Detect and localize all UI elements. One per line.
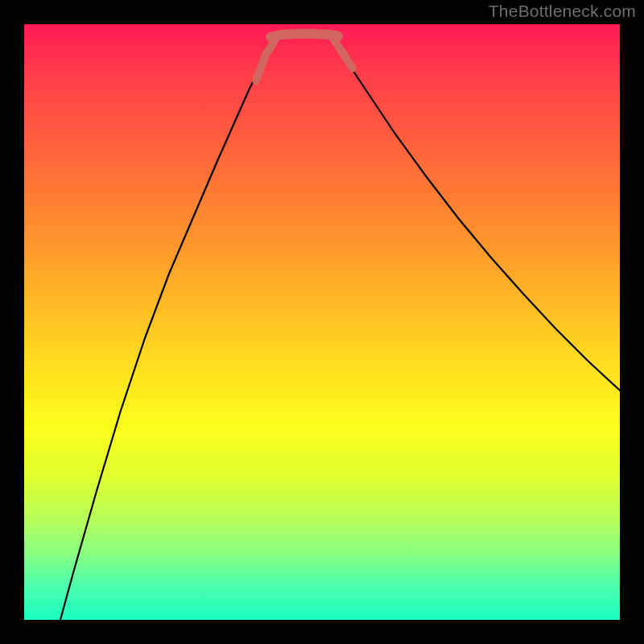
series-right-accent [333, 39, 353, 68]
watermark-text: TheBottleneck.com [489, 2, 636, 21]
plot-area [24, 24, 620, 620]
chart-frame: TheBottleneck.com [0, 0, 644, 644]
series-right-curve [335, 44, 620, 390]
series-left-curve [60, 44, 272, 620]
series-left-accent [256, 39, 275, 80]
curve-layer [24, 24, 620, 620]
series-bottom-accent [270, 34, 338, 37]
